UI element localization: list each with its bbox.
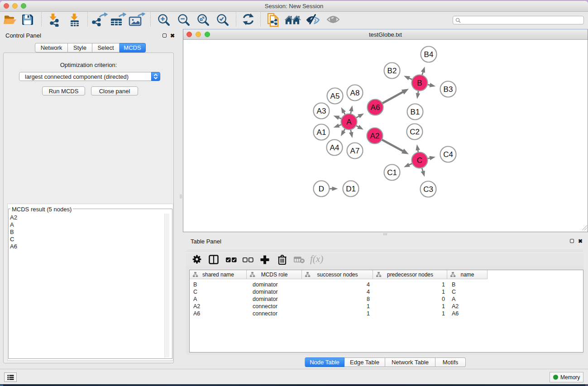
svg-text:A2: A2 <box>370 132 380 140</box>
svg-text:B3: B3 <box>444 85 453 94</box>
svg-text:A7: A7 <box>350 147 360 155</box>
svg-text:B2: B2 <box>387 67 397 75</box>
svg-text:A3: A3 <box>317 107 326 115</box>
svg-text:D1: D1 <box>346 185 356 193</box>
svg-text:C4: C4 <box>443 150 453 159</box>
svg-text:A8: A8 <box>350 89 360 97</box>
svg-text:A6: A6 <box>371 103 380 112</box>
svg-text:D: D <box>319 185 324 193</box>
svg-text:B1: B1 <box>411 108 420 116</box>
svg-text:A4: A4 <box>330 143 339 152</box>
svg-text:C2: C2 <box>410 128 420 136</box>
svg-text:A5: A5 <box>330 92 340 100</box>
svg-text:B4: B4 <box>424 50 434 59</box>
svg-text:C3: C3 <box>423 185 433 194</box>
svg-text:C: C <box>417 156 422 165</box>
svg-text:C1: C1 <box>387 168 397 177</box>
svg-text:A1: A1 <box>317 128 326 137</box>
svg-text:A: A <box>346 118 352 126</box>
svg-text:B: B <box>417 79 422 87</box>
